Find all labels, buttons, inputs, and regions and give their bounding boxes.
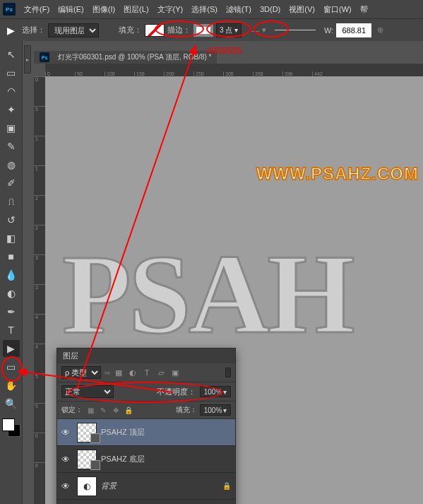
eraser-tool-icon[interactable]: ◧: [3, 230, 20, 247]
visibility-icon[interactable]: 👁: [61, 455, 73, 464]
menu-type[interactable]: 文字(Y): [153, 4, 188, 15]
layer-item[interactable]: 👁 背景 🔒: [57, 473, 235, 500]
layer-filter-row: ρ 类型 ⇒ ▦ ◐ T ▱ ▣: [57, 363, 235, 382]
tab-title: 灯光字060301.psd @ 100% (PSA 顶层, RGB/8) *: [58, 52, 211, 62]
filter-type-icon[interactable]: T: [141, 367, 153, 378]
opacity-label: 不透明度：: [157, 387, 196, 397]
heal-tool-icon[interactable]: ◍: [3, 156, 20, 173]
menu-image[interactable]: 图像(I): [88, 4, 119, 15]
layer-name[interactable]: PSAHZ 顶层: [101, 427, 145, 438]
stamp-tool-icon[interactable]: ⎍: [3, 193, 20, 210]
eyedropper-tool-icon[interactable]: ✎: [3, 138, 20, 155]
layer-thumb[interactable]: [77, 476, 97, 496]
select-layer-dropdown[interactable]: 现用图层: [48, 23, 99, 37]
blend-mode-dropdown[interactable]: 正常: [61, 385, 114, 398]
canvas-text: PSAH: [62, 229, 352, 360]
workspace: ▸ ↖ ▭ ◠ ✦ ▣ ✎ ◍ ✐ ⎍ ↺ ◧ ■ 💧 ◐ ✒ T ▶ ▭ ✋ …: [0, 41, 423, 504]
layers-list: 👁 PSAHZ 顶层 👁 PSAHZ 底层 👁 背景 🔒: [57, 419, 235, 504]
type-tool-icon[interactable]: T: [3, 322, 20, 339]
stroke-label: 描边：: [167, 25, 191, 35]
toolbox: ↖ ▭ ◠ ✦ ▣ ✎ ◍ ✐ ⎍ ↺ ◧ ■ 💧 ◐ ✒ T ▶ ▭ ✋ 🔍: [0, 41, 23, 504]
menu-window[interactable]: 窗口(W): [319, 4, 356, 15]
app-logo: Ps: [3, 3, 16, 16]
width-input[interactable]: [336, 23, 371, 37]
color-swatch[interactable]: [2, 418, 20, 437]
menu-view[interactable]: 视图(V): [285, 4, 319, 15]
width-label: W:: [324, 26, 333, 35]
lock-label: 锁定：: [61, 405, 83, 415]
ruler-vertical[interactable]: 05112233445566: [34, 76, 45, 504]
menu-help[interactable]: 帮: [356, 4, 372, 15]
watermark-text: WWW.PSAHZ.COM: [256, 164, 419, 184]
filter-pixel-icon[interactable]: ▦: [113, 367, 124, 378]
fill-label: 填充：: [119, 25, 142, 35]
filter-smart-icon[interactable]: ▣: [169, 367, 181, 378]
gradient-tool-icon[interactable]: ■: [3, 248, 20, 265]
main-menu-bar: Ps 文件(F) 编辑(E) 图像(I) 图层(L) 文字(Y) 选择(S) 滤…: [0, 0, 423, 18]
lasso-tool-icon[interactable]: ◠: [3, 83, 20, 100]
visibility-icon[interactable]: 👁: [61, 428, 73, 438]
brush-tool-icon[interactable]: ✐: [3, 175, 20, 192]
filter-shape-icon[interactable]: ▱: [155, 367, 167, 378]
lock-transparent-icon[interactable]: ▦: [85, 405, 95, 415]
fill-opacity-value[interactable]: 100%▾: [200, 404, 231, 416]
layer-name[interactable]: 背景: [101, 481, 117, 491]
blur-tool-icon[interactable]: 💧: [3, 266, 20, 283]
history-brush-icon[interactable]: ↺: [3, 211, 20, 228]
move-tool-icon[interactable]: ↖: [3, 46, 20, 63]
layer-name[interactable]: PSAHZ 底层: [101, 454, 145, 464]
lock-icon: 🔒: [222, 482, 231, 490]
opacity-value[interactable]: 100%▾: [200, 386, 231, 397]
menu-edit[interactable]: 编辑(E): [54, 4, 88, 15]
layer-item[interactable]: 👁 PSAHZ 顶层: [57, 419, 235, 446]
stroke-swatch[interactable]: [193, 24, 213, 37]
ruler-horizontal[interactable]: 050100150200250300350396442: [45, 64, 423, 76]
crop-tool-icon[interactable]: ▣: [3, 119, 20, 136]
layer-kind-dropdown[interactable]: ρ 类型: [61, 366, 101, 379]
layer-thumb[interactable]: [77, 450, 97, 469]
path-select-icon: ▶: [7, 25, 15, 36]
select-label: 选择：: [22, 25, 45, 35]
lock-paint-icon[interactable]: ✎: [98, 405, 108, 415]
stroke-width-dropdown[interactable]: 3 点▾: [216, 23, 242, 37]
lock-all-icon[interactable]: 🔒: [124, 405, 133, 415]
blend-row: 正常 不透明度： 100%▾: [57, 382, 235, 402]
menu-file[interactable]: 文件(F): [20, 4, 54, 15]
hand-tool-icon[interactable]: ✋: [3, 377, 20, 394]
pen-tool-icon[interactable]: ✒: [3, 303, 20, 320]
lock-row: 锁定： ▦ ✎ ✥ 🔒 填充： 100%▾: [57, 402, 235, 419]
filter-toggle[interactable]: [225, 368, 231, 377]
layer-item[interactable]: 👁 PSAHZ 底层: [57, 446, 235, 473]
path-select-tool-icon[interactable]: ▶: [3, 340, 20, 357]
layers-panel: 图层 ρ 类型 ⇒ ▦ ◐ T ▱ ▣ 正常 不透明度： 100%▾ 锁定： ▦…: [56, 348, 236, 504]
fill-swatch[interactable]: [145, 24, 165, 37]
menu-3d[interactable]: 3D(D): [256, 5, 285, 13]
zoom-tool-icon[interactable]: 🔍: [3, 395, 20, 412]
expand-handle[interactable]: ▸: [24, 45, 31, 74]
doc-icon: Ps: [40, 52, 49, 62]
document-tab[interactable]: Ps 灯光字060301.psd @ 100% (PSA 顶层, RGB/8) …: [34, 51, 217, 64]
divider-line: [275, 30, 316, 30]
dodge-tool-icon[interactable]: ◐: [3, 285, 20, 302]
panel-title[interactable]: 图层: [57, 348, 235, 363]
menu-filter[interactable]: 滤镜(T): [222, 4, 256, 15]
options-bar: ▶ 选择： 现用图层 填充： 描边： 3 点▾ —▾ W: ⊕: [0, 18, 423, 41]
filter-adjust-icon[interactable]: ◐: [127, 367, 138, 378]
layer-thumb[interactable]: [77, 423, 97, 443]
marquee-tool-icon[interactable]: ▭: [3, 64, 20, 81]
menu-select[interactable]: 选择(S): [187, 4, 222, 15]
lock-position-icon[interactable]: ✥: [111, 405, 121, 415]
wand-tool-icon[interactable]: ✦: [3, 101, 20, 118]
menu-layer[interactable]: 图层(L): [119, 4, 153, 15]
visibility-icon[interactable]: 👁: [61, 481, 73, 491]
shape-tool-icon[interactable]: ▭: [3, 358, 20, 375]
fill-opacity-label: 填充：: [176, 405, 197, 415]
annotation-color-text: #959595: [206, 45, 242, 56]
